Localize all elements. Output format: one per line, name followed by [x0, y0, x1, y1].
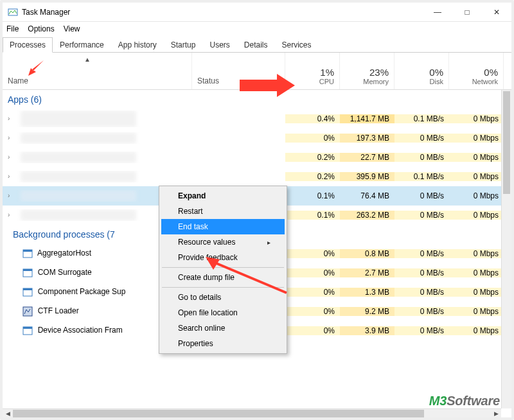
group-apps[interactable]: Apps (6) [3, 90, 511, 109]
watermark-right: Software [447, 394, 500, 408]
process-name-blurred [21, 209, 136, 221]
net-cell: 0 Mbps [449, 153, 504, 162]
ctx-properties[interactable]: Properties [161, 336, 285, 351]
process-grid: Name ▲ Status 1% CPU 23% Memory 0% Disk … [3, 53, 511, 417]
expander-icon[interactable]: › [8, 115, 18, 122]
mem-cell: 0.8 MB [340, 249, 394, 258]
column-status[interactable]: Status [192, 53, 285, 89]
ctx-resource-values-label: Resource values [178, 238, 235, 247]
ctx-search-online[interactable]: Search online [161, 320, 285, 336]
mem-cell: 197.3 MB [340, 134, 394, 143]
horizontal-scrollbar[interactable]: ◀ ▶ [3, 408, 501, 417]
vertical-scrollbar[interactable] [501, 90, 511, 408]
process-row[interactable]: › 0.2% 395.9 MB 0.1 MB/s 0 Mbps [3, 167, 511, 186]
column-name[interactable]: Name ▲ [3, 53, 192, 89]
mem-cell: 2.7 MB [340, 268, 394, 277]
column-memory[interactable]: 23% Memory [340, 53, 394, 89]
disk-cell: 0 MB/s [394, 249, 449, 258]
ctx-provide-feedback[interactable]: Provide feedback [161, 250, 285, 265]
tab-users[interactable]: Users [202, 37, 236, 52]
process-name-blurred [21, 152, 136, 163]
tab-app-history[interactable]: App history [111, 37, 164, 52]
ctx-create-dump[interactable]: Create dump file [161, 270, 285, 285]
watermark: M3Software [429, 394, 500, 408]
process-row[interactable]: › 0.2% 22.7 MB 0 MB/s 0 Mbps [3, 148, 511, 167]
tab-processes[interactable]: Processes [3, 37, 53, 53]
memory-usage-total: 23% [345, 67, 389, 78]
process-row[interactable]: › 0.4% 1,141.7 MB 0.1 MB/s 0 Mbps [3, 109, 511, 128]
cpu-cell: 0% [285, 326, 340, 335]
ctx-resource-values[interactable]: Resource values ▸ [161, 234, 285, 250]
tab-details[interactable]: Details [237, 37, 275, 52]
mem-cell: 1,141.7 MB [340, 114, 394, 123]
menu-options[interactable]: Options [28, 24, 54, 33]
chevron-right-icon: ▸ [267, 239, 270, 246]
tab-performance[interactable]: Performance [53, 37, 111, 52]
expander-icon[interactable]: › [8, 134, 18, 141]
menu-file[interactable]: File [6, 24, 19, 33]
cpu-cell: 0.2% [285, 153, 340, 162]
scrollbar-thumb[interactable] [503, 91, 510, 194]
column-network[interactable]: 0% Network [449, 53, 504, 89]
disk-cell: 0 MB/s [394, 268, 449, 277]
expander-icon[interactable]: › [8, 153, 18, 161]
cpu-cell: 0.4% [285, 114, 340, 123]
tab-services[interactable]: Services [275, 37, 319, 52]
task-manager-icon [8, 7, 18, 17]
tab-startup[interactable]: Startup [164, 37, 203, 52]
disk-cell: 0 MB/s [394, 288, 449, 297]
cpu-cell: 0% [285, 134, 340, 143]
expander-icon[interactable]: › [8, 192, 18, 199]
ctx-open-file-location[interactable]: Open file location [161, 305, 285, 320]
process-name: CTF Loader [38, 306, 79, 315]
menu-view[interactable]: View [64, 24, 80, 33]
column-name-label: Name [8, 76, 28, 85]
column-disk[interactable]: 0% Disk [394, 53, 449, 89]
expander-icon[interactable]: › [8, 211, 18, 218]
app-icon [22, 249, 33, 259]
titlebar: Task Manager — □ ✕ [3, 3, 511, 22]
scroll-left-icon[interactable]: ◀ [3, 409, 13, 417]
disk-cell: 0 MB/s [394, 326, 449, 335]
cpu-cell: 0% [285, 268, 340, 277]
svg-rect-9 [23, 327, 32, 329]
ctx-go-to-details[interactable]: Go to details [161, 290, 285, 305]
window-controls: — □ ✕ [423, 3, 511, 22]
mem-cell: 9.2 MB [340, 307, 394, 316]
process-row[interactable]: › 0% 197.3 MB 0 MB/s 0 Mbps [3, 128, 511, 148]
expander-icon[interactable]: › [8, 173, 18, 180]
process-name-blurred [21, 190, 136, 202]
net-cell: 0 Mbps [449, 288, 504, 297]
net-cell: 0 Mbps [449, 172, 504, 181]
app-icon [22, 287, 33, 297]
mem-cell: 395.9 MB [340, 172, 394, 181]
cpu-cell: 0.2% [285, 172, 340, 181]
ctx-restart[interactable]: Restart [161, 204, 285, 219]
context-menu: Expand Restart End task Resource values … [159, 186, 287, 354]
close-button[interactable]: ✕ [482, 3, 511, 22]
ctx-expand[interactable]: Expand [161, 188, 285, 204]
disk-cell: 0 MB/s [394, 134, 449, 143]
maximize-button[interactable]: □ [452, 3, 482, 22]
memory-label: Memory [345, 78, 389, 85]
minimize-button[interactable]: — [423, 3, 452, 22]
mem-cell: 263.2 MB [340, 211, 394, 220]
disk-cell: 0 MB/s [394, 307, 449, 316]
column-headers: Name ▲ Status 1% CPU 23% Memory 0% Disk … [3, 53, 511, 90]
tabbar: Processes Performance App history Startu… [3, 36, 511, 53]
scroll-right-icon[interactable]: ▶ [491, 409, 501, 417]
scrollbar-thumb[interactable] [13, 410, 424, 417]
sort-caret-icon: ▲ [84, 56, 91, 63]
svg-rect-6 [23, 288, 32, 290]
net-cell: 0 Mbps [449, 307, 504, 316]
disk-label: Disk [400, 78, 443, 85]
ctx-end-task[interactable]: End task [161, 219, 285, 234]
cpu-usage-total: 1% [290, 67, 334, 78]
process-list: Apps (6) › 0.4% 1,141.7 MB 0.1 MB/s 0 Mb… [3, 90, 511, 408]
process-name: Component Package Sup [38, 287, 126, 296]
app-icon [22, 268, 33, 278]
column-cpu[interactable]: 1% CPU [285, 53, 340, 89]
disk-cell: 0 MB/s [394, 211, 449, 220]
mem-cell: 22.7 MB [340, 153, 394, 162]
mem-cell: 1.3 MB [340, 288, 394, 297]
